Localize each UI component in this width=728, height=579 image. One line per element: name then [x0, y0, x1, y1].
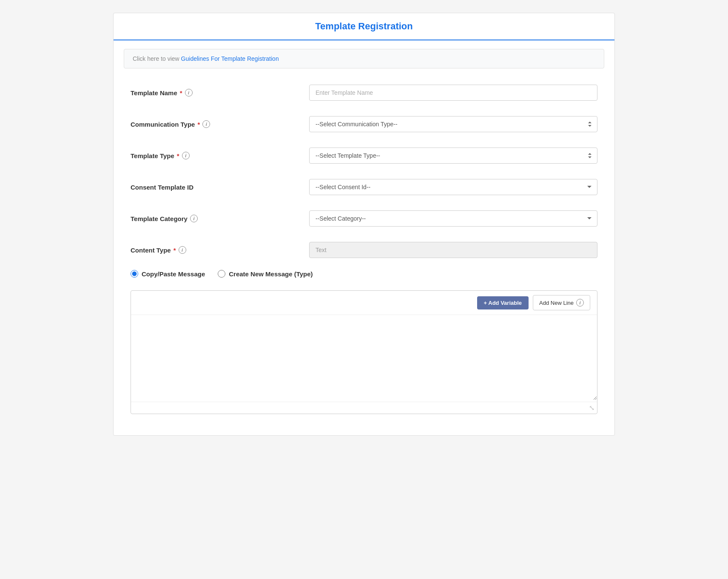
consent-template-id-select[interactable]: --Select Consent Id-- — [309, 179, 597, 195]
add-new-line-button[interactable]: Add New Line i — [533, 295, 590, 310]
resize-icon: ⤡ — [589, 404, 594, 412]
create-new-radio[interactable] — [218, 270, 225, 278]
template-type-label: Template Type * i — [131, 152, 309, 159]
add-variable-button[interactable]: + Add Variable — [477, 296, 529, 309]
template-name-row: Template Name * i — [131, 81, 597, 104]
required-star: * — [177, 152, 179, 159]
template-category-info-icon[interactable]: i — [190, 215, 198, 222]
template-name-label: Template Name * i — [131, 89, 309, 96]
required-star: * — [180, 89, 182, 96]
template-type-select-wrapper: --Select Template Type-- — [309, 148, 597, 164]
create-new-label: Create New Message (Type) — [229, 270, 313, 278]
message-area-wrapper: + Add Variable Add New Line i ⤡ — [131, 290, 597, 414]
template-name-input-wrapper — [309, 85, 597, 101]
template-type-info-icon[interactable]: i — [182, 152, 190, 159]
message-type-radio-group: Copy/Paste Message Create New Message (T… — [131, 270, 597, 282]
template-category-row: Template Category i --Select Category-- — [131, 207, 597, 230]
template-name-info-icon[interactable]: i — [185, 89, 193, 96]
template-category-select[interactable]: --Select Category-- — [309, 210, 597, 227]
resize-handle: ⤡ — [131, 402, 597, 414]
copy-paste-radio[interactable] — [131, 270, 138, 278]
copy-paste-radio-label[interactable]: Copy/Paste Message — [131, 270, 205, 278]
add-new-line-info-icon[interactable]: i — [576, 299, 584, 307]
content-type-select[interactable]: Text — [309, 242, 597, 258]
template-type-row: Template Type * i --Select Template Type… — [131, 144, 597, 167]
content-type-info-icon[interactable]: i — [179, 246, 186, 254]
guidelines-prefix: Click here to view — [133, 55, 181, 62]
consent-template-id-select-wrapper: --Select Consent Id-- — [309, 179, 597, 195]
add-new-line-label: Add New Line — [539, 300, 574, 306]
communication-type-info-icon[interactable]: i — [202, 120, 210, 128]
page-title: Template Registration — [315, 21, 412, 31]
guidelines-bar: Click here to view Guidelines For Templa… — [124, 49, 604, 68]
communication-type-select[interactable]: --Select Communication Type-- — [309, 116, 597, 132]
content-type-row: Content Type * i Text — [131, 238, 597, 261]
create-new-radio-label[interactable]: Create New Message (Type) — [218, 270, 313, 278]
consent-template-id-row: Consent Template ID --Select Consent Id-… — [131, 176, 597, 199]
communication-type-select-wrapper: --Select Communication Type-- — [309, 116, 597, 132]
template-category-select-wrapper: --Select Category-- — [309, 210, 597, 227]
template-type-select[interactable]: --Select Template Type-- — [309, 148, 597, 164]
message-textarea[interactable] — [131, 315, 597, 400]
page-container: Template Registration Click here to view… — [113, 13, 615, 436]
template-category-label: Template Category i — [131, 215, 309, 222]
content-type-label: Content Type * i — [131, 246, 309, 254]
page-header: Template Registration — [114, 13, 614, 40]
required-star: * — [173, 247, 176, 254]
copy-paste-label: Copy/Paste Message — [142, 270, 205, 278]
guidelines-link[interactable]: Guidelines For Template Registration — [181, 55, 279, 62]
form-container: Template Name * i Communication Type * i… — [114, 77, 614, 435]
content-type-select-wrapper: Text — [309, 242, 597, 258]
template-name-input[interactable] — [309, 85, 597, 101]
communication-type-row: Communication Type * i --Select Communic… — [131, 113, 597, 136]
message-toolbar: + Add Variable Add New Line i — [131, 291, 597, 315]
consent-template-id-label: Consent Template ID — [131, 184, 309, 191]
add-variable-label: + Add Variable — [484, 300, 522, 306]
required-star: * — [197, 121, 200, 128]
communication-type-label: Communication Type * i — [131, 120, 309, 128]
